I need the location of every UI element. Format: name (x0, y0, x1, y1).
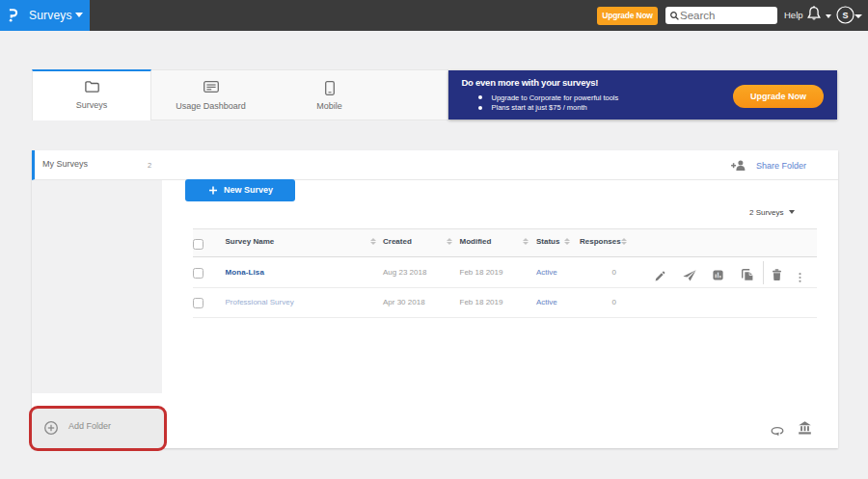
svg-text:S: S (842, 11, 848, 20)
